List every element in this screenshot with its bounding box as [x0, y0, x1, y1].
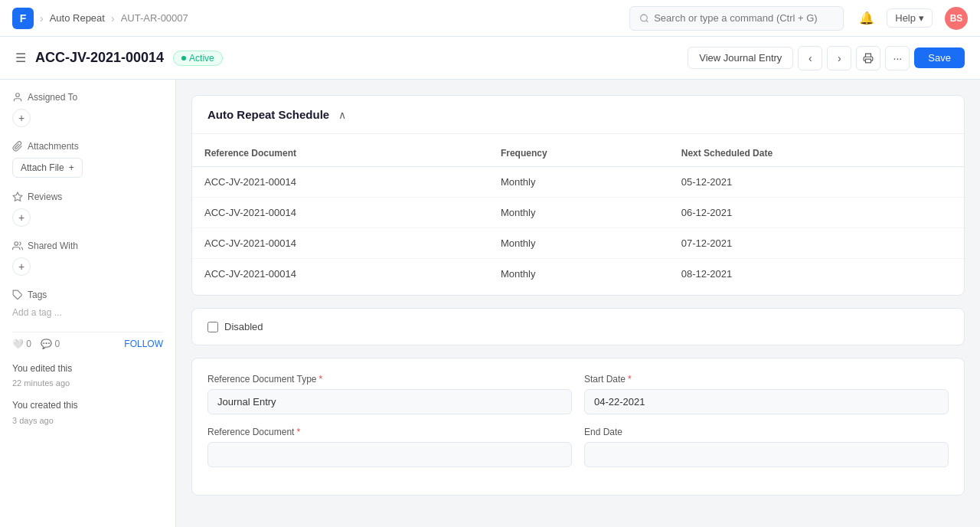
- required-indicator: *: [319, 374, 323, 385]
- shared-with-section: Shared With +: [12, 241, 163, 276]
- follow-button[interactable]: FOLLOW: [124, 339, 163, 349]
- tags-label: Tags: [12, 290, 163, 300]
- assigned-to-section: Assigned To +: [12, 92, 163, 127]
- breadcrumb-auto-repeat[interactable]: Auto Repeat: [50, 12, 105, 24]
- add-tag-placeholder[interactable]: Add a tag ...: [12, 307, 62, 318]
- user-avatar[interactable]: BS: [945, 7, 968, 30]
- chevron-down-icon: ▾: [919, 12, 924, 24]
- ref-doc-required: *: [296, 427, 300, 437]
- disabled-label: Disabled: [224, 321, 263, 332]
- plus-icon: +: [69, 162, 74, 173]
- svg-point-5: [15, 242, 18, 246]
- social-row: 🤍 0 💬 0 FOLLOW: [12, 339, 163, 349]
- form-row-2: Reference Document * End Date: [207, 427, 949, 467]
- svg-point-3: [16, 93, 20, 97]
- table-row: ACC-JV-2021-00014Monthly07-12-2021: [192, 228, 964, 259]
- help-menu[interactable]: Help ▾: [887, 8, 933, 28]
- start-date-group: Start Date *: [584, 374, 949, 414]
- shared-with-label: Shared With: [12, 241, 163, 251]
- layout: Assigned To + Attachments Attach File + …: [0, 80, 980, 527]
- schedule-table-body: ACC-JV-2021-00014Monthly05-12-2021ACC-JV…: [192, 167, 964, 290]
- ref-doc-label: Reference Document *: [207, 427, 572, 437]
- attachments-section: Attachments Attach File +: [12, 141, 163, 178]
- table-row: ACC-JV-2021-00014Monthly06-12-2021: [192, 198, 964, 228]
- reviews-label: Reviews: [12, 191, 163, 202]
- status-badge: Active: [173, 51, 223, 66]
- end-date-input[interactable]: [584, 442, 949, 467]
- table-row: ACC-JV-2021-00014Monthly08-12-2021: [192, 259, 964, 290]
- save-button[interactable]: Save: [914, 47, 965, 68]
- start-date-input[interactable]: [584, 389, 949, 414]
- ref-doc-type-group: Reference Document Type *: [207, 374, 572, 414]
- schedule-card: Auto Repeat Schedule ∧ Reference Documen…: [191, 95, 965, 296]
- app-logo[interactable]: F: [12, 8, 34, 29]
- add-shared-button[interactable]: +: [12, 257, 31, 276]
- share-icon: [12, 241, 23, 251]
- form-row-1: Reference Document Type * Start Date *: [207, 374, 949, 414]
- star-icon: [12, 191, 23, 202]
- main-content: Auto Repeat Schedule ∧ Reference Documen…: [176, 80, 980, 527]
- breadcrumb-doc-id: AUT-AR-00007: [121, 12, 188, 24]
- activity-section: You edited this 22 minutes ago You creat…: [12, 362, 163, 428]
- activity-item-2: You created this 3 days ago: [12, 398, 163, 427]
- sidebar-toggle-icon[interactable]: ☰: [15, 51, 26, 65]
- svg-rect-2: [866, 59, 871, 63]
- schedule-card-header: Auto Repeat Schedule ∧: [192, 96, 964, 134]
- tags-section: Tags Add a tag ...: [12, 290, 163, 318]
- tag-icon: [12, 290, 23, 300]
- svg-marker-4: [13, 192, 22, 201]
- ref-doc-input[interactable]: [207, 442, 572, 467]
- print-button[interactable]: [856, 46, 880, 70]
- paperclip-icon: [12, 141, 23, 152]
- form-card: Reference Document Type * Start Date *: [191, 358, 965, 496]
- page-header: ☰ ACC-JV-2021-00014 Active View Journal …: [0, 37, 980, 80]
- sidebar-divider: [12, 332, 163, 332]
- end-date-label: End Date: [584, 427, 949, 437]
- col-next-scheduled-date: Next Scheduled Date: [669, 140, 964, 167]
- status-dot: [181, 56, 186, 61]
- header-actions: View Journal Entry ‹ › ··· Save: [688, 46, 965, 70]
- start-date-label: Start Date *: [584, 374, 949, 385]
- search-icon: [639, 13, 649, 24]
- disabled-checkbox[interactable]: [207, 322, 218, 332]
- more-options-button[interactable]: ···: [885, 46, 910, 70]
- view-journal-button[interactable]: View Journal Entry: [688, 47, 793, 69]
- ref-doc-type-input[interactable]: [207, 389, 572, 414]
- schedule-table-wrapper: Reference Document Frequency Next Schedu…: [192, 134, 964, 295]
- user-icon: [12, 92, 23, 103]
- disabled-card: Disabled: [191, 308, 965, 345]
- disabled-row: Disabled: [207, 321, 949, 332]
- sidebar: Assigned To + Attachments Attach File + …: [0, 80, 176, 527]
- prev-button[interactable]: ‹: [798, 46, 822, 70]
- search-bar[interactable]: [629, 6, 844, 31]
- topbar: F › Auto Repeat › AUT-AR-00007 🔔 Help ▾ …: [0, 0, 980, 37]
- attach-file-button[interactable]: Attach File +: [12, 158, 83, 178]
- ref-doc-group: Reference Document *: [207, 427, 572, 467]
- search-input[interactable]: [654, 12, 834, 24]
- col-frequency: Frequency: [488, 140, 669, 167]
- page-title: ACC-JV-2021-00014: [35, 50, 164, 66]
- schedule-table-header-row: Reference Document Frequency Next Schedu…: [192, 140, 964, 167]
- table-row: ACC-JV-2021-00014Monthly05-12-2021: [192, 167, 964, 198]
- svg-line-1: [646, 20, 648, 21]
- comments-section: 💬 0: [41, 339, 60, 349]
- schedule-card-title: Auto Repeat Schedule: [207, 108, 329, 121]
- print-icon: [863, 53, 874, 64]
- col-reference-document: Reference Document: [192, 140, 488, 167]
- assigned-to-label: Assigned To: [12, 92, 163, 103]
- end-date-group: End Date: [584, 427, 949, 467]
- breadcrumb-sep-2: ›: [111, 12, 115, 25]
- next-button[interactable]: ›: [827, 46, 851, 70]
- notifications-bell[interactable]: 🔔: [859, 11, 874, 25]
- attachments-label: Attachments: [12, 141, 163, 152]
- activity-item-1: You edited this 22 minutes ago: [12, 362, 163, 391]
- collapse-schedule-icon[interactable]: ∧: [338, 109, 346, 121]
- schedule-table-head: Reference Document Frequency Next Schedu…: [192, 140, 964, 167]
- breadcrumb-sep-1: ›: [40, 12, 44, 25]
- reviews-section: Reviews +: [12, 191, 163, 227]
- ref-doc-type-label: Reference Document Type *: [207, 374, 572, 385]
- add-assignee-button[interactable]: +: [12, 109, 31, 127]
- svg-point-0: [641, 15, 648, 21]
- schedule-table: Reference Document Frequency Next Schedu…: [192, 140, 964, 289]
- add-review-button[interactable]: +: [12, 208, 31, 227]
